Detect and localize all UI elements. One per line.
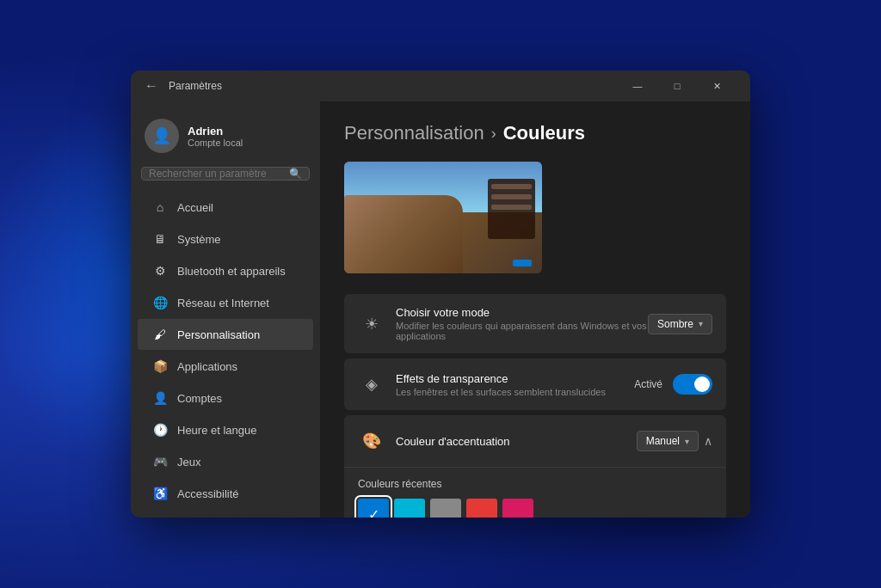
personnalisation-icon: 🖌 [151,326,169,343]
mode-control[interactable]: Sombre ▾ [648,314,712,334]
breadcrumb-separator: › [491,125,496,143]
sidebar-item-comptes[interactable]: 👤 Comptes [138,383,313,413]
sidebar: 👤 Adrien Compte local 🔍 ⌂ Accueil 🖥 Syst… [131,101,320,518]
applications-label: Applications [177,360,237,373]
accent-section: 🎨 Couleur d'accentuation Manuel ▾ ∧ Coul… [344,415,726,518]
preview-line-2 [491,194,532,199]
transparency-label: Effets de transparence [396,372,634,385]
heure-icon: 🕐 [151,421,169,438]
accent-icon: 🎨 [358,427,385,455]
avatar: 👤 [145,119,179,153]
user-info: Adrien Compte local [188,125,243,148]
preview-cliff [344,195,463,273]
mode-label: Choisir votre mode [396,306,648,319]
recent-color-swatch[interactable] [502,499,533,518]
search-input[interactable] [149,168,289,180]
breadcrumb-current: Couleurs [503,122,585,144]
minimize-button[interactable]: — [618,72,657,100]
preview-button [513,260,532,266]
mode-icon: ☀ [358,310,385,338]
window-controls: — □ ✕ [618,72,736,100]
theme-preview [344,162,542,273]
transparency-control: Activé [634,374,712,395]
accent-label: Couleur d'accentuation [396,435,637,448]
systeme-label: Système [177,233,221,246]
transparency-setting: ◈ Effets de transparence Les fenêtres et… [344,358,726,410]
applications-icon: 📦 [151,358,169,375]
sidebar-item-bluetooth[interactable]: ⚙ Bluetooth et appareils [138,255,313,286]
titlebar: ← Paramètres — □ ✕ [131,70,750,101]
reseau-label: Réseau et Internet [177,297,269,309]
mode-value: Sombre [657,318,693,330]
transparency-icon: ◈ [358,371,385,398]
heure-label: Heure et langue [177,424,257,437]
toggle-knob [694,377,710,392]
jeux-icon: 🎮 [151,453,169,470]
sidebar-item-systeme[interactable]: 🖥 Système [138,224,313,254]
accent-collapse-icon[interactable]: ∧ [704,434,712,448]
sidebar-item-accessibilite[interactable]: ♿ Accessibilité [138,478,313,509]
personnalisation-label: Personnalisation [177,328,260,341]
recent-color-swatch[interactable] [430,499,461,518]
accent-header: 🎨 Couleur d'accentuation Manuel ▾ ∧ [344,415,726,467]
transparency-desc: Les fenêtres et les surfaces semblent tr… [396,387,634,397]
chevron-down-icon: ▾ [699,319,703,328]
preview-line-1 [491,184,532,189]
mode-dropdown[interactable]: Sombre ▾ [648,314,712,334]
search-bar[interactable]: 🔍 [141,167,310,181]
breadcrumb: Personnalisation › Couleurs [344,122,726,144]
sidebar-item-confidentialite[interactable]: 🔒 Confidentialité et sécurité [138,510,313,518]
comptes-label: Comptes [177,392,222,405]
recent-colors-label: Couleurs récentes [358,478,712,490]
bluetooth-label: Bluetooth et appareils [177,265,286,278]
recent-color-swatch[interactable] [394,499,425,518]
back-button[interactable]: ← [145,78,158,94]
user-type: Compte local [188,138,243,148]
recent-colors-row [358,499,712,518]
mode-text: Choisir votre mode Modifier les couleurs… [396,306,648,341]
accent-dropdown[interactable]: Manuel ▾ [637,431,699,451]
user-name: Adrien [188,125,243,138]
preview-panel [488,179,535,239]
main-area: 👤 Adrien Compte local 🔍 ⌂ Accueil 🖥 Syst… [131,101,750,518]
content-area: Personnalisation › Couleurs ☀ Chois [320,101,750,518]
accessibilite-label: Accessibilité [177,487,239,500]
search-icon: 🔍 [289,168,302,180]
accent-body: Couleurs récentes Couleurs Windows [344,467,726,518]
settings-window: ← Paramètres — □ ✕ 👤 Adrien Compte local… [131,70,750,518]
mode-setting: ☀ Choisir votre mode Modifier les couleu… [344,294,726,353]
accueil-icon: ⌂ [151,199,169,216]
user-section: 👤 Adrien Compte local [131,112,320,167]
confidentialite-label: Confidentialité et sécurité [177,517,299,518]
jeux-label: Jeux [177,456,200,469]
sidebar-item-reseau[interactable]: 🌐 Réseau et Internet [138,287,313,318]
systeme-icon: 🖥 [151,230,169,248]
maximize-button[interactable]: □ [657,72,697,100]
sidebar-item-personnalisation[interactable]: 🖌 Personnalisation [138,319,313,350]
chevron-down-icon-2: ▾ [685,437,689,446]
close-button[interactable]: ✕ [697,72,736,100]
bluetooth-icon: ⚙ [151,262,169,279]
mode-desc: Modifier les couleurs qui apparaissent d… [396,321,648,341]
transparency-value: Activé [634,378,662,390]
sidebar-item-jeux[interactable]: 🎮 Jeux [138,446,313,477]
accent-control[interactable]: Manuel ▾ ∧ [637,431,712,451]
sidebar-item-accueil[interactable]: ⌂ Accueil [138,192,313,223]
window-title: Paramètres [169,80,618,92]
breadcrumb-parent: Personnalisation [344,122,484,144]
comptes-icon: 👤 [151,389,169,407]
sidebar-item-heure[interactable]: 🕐 Heure et langue [138,414,313,445]
sidebar-item-applications[interactable]: 📦 Applications [138,351,313,382]
transparency-toggle[interactable] [673,374,712,395]
preview-line-3 [491,205,532,210]
transparency-text: Effets de transparence Les fenêtres et l… [396,372,634,397]
recent-color-swatch[interactable] [466,499,497,518]
reseau-icon: 🌐 [151,294,169,311]
accent-value: Manuel [646,435,680,447]
recent-color-swatch[interactable] [358,499,389,518]
accessibilite-icon: ♿ [151,485,169,502]
accueil-label: Accueil [177,201,213,214]
